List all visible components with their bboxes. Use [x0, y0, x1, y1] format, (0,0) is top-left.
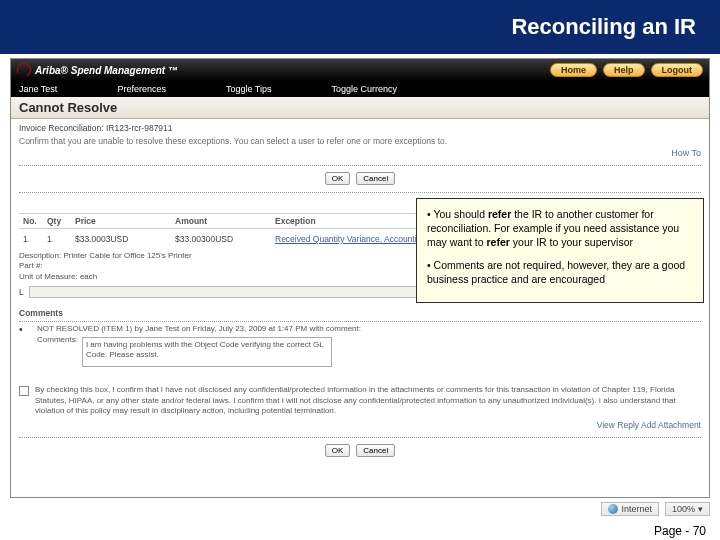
cell-amount: $33.00300USD — [175, 234, 275, 244]
col-no: No. — [19, 216, 47, 226]
ok-button-top[interactable]: OK — [325, 172, 351, 185]
cancel-button-bottom[interactable]: Cancel — [356, 444, 395, 457]
cancel-button-top[interactable]: Cancel — [356, 172, 395, 185]
page-number: Page - 70 — [654, 524, 706, 538]
globe-icon — [608, 504, 618, 514]
comment-entry: • NOT RESOLVED (ITEM 1) by Jane Test on … — [19, 324, 701, 367]
comments-section-label: Comments — [19, 308, 701, 318]
comment-meta: NOT RESOLVED (ITEM 1) by Jane Test on Fr… — [37, 324, 701, 333]
logout-button[interactable]: Logout — [651, 63, 704, 77]
col-amount: Amount — [175, 216, 275, 226]
ariba-brand-text: Ariba® Spend Management ™ — [35, 65, 178, 76]
slide-title-bar: Reconciling an IR — [0, 0, 720, 54]
disclaimer-row: By checking this box, I confirm that I h… — [19, 385, 701, 416]
how-to-link[interactable]: How To — [19, 148, 701, 158]
disclaimer-checkbox[interactable] — [19, 386, 29, 396]
menu-strip: Jane Test Preferences Toggle Tips Toggle… — [11, 81, 709, 97]
ariba-logo-icon — [15, 61, 33, 79]
status-zoom[interactable]: 100% ▾ — [665, 502, 710, 516]
slide-title: Reconciling an IR — [511, 14, 696, 40]
chevron-down-icon: ▾ — [698, 504, 703, 514]
ariba-header: Ariba® Spend Management ™ Home Help Logo… — [11, 59, 709, 81]
view-reply-links[interactable]: View Reply Add Attachment — [19, 420, 701, 430]
divider — [19, 320, 701, 322]
divider — [19, 164, 701, 166]
col-price: Price — [75, 216, 175, 226]
cell-no: 1 — [19, 234, 47, 244]
accum-label: L — [19, 287, 29, 297]
menu-toggle-tips[interactable]: Toggle Tips — [226, 84, 272, 94]
menu-toggle-currency[interactable]: Toggle Currency — [331, 84, 397, 94]
disclaimer-text: By checking this box, I confirm that I h… — [35, 385, 701, 416]
instruction-text: Confirm that you are unable to resolve t… — [19, 136, 701, 146]
cell-qty: 1 — [47, 234, 75, 244]
menu-preferences[interactable]: Preferences — [117, 84, 166, 94]
callout-p2: • Comments are not required, however, th… — [427, 258, 693, 286]
callout-p1: • You should refer the IR to another cus… — [427, 207, 693, 250]
section-header: Cannot Resolve — [11, 97, 709, 119]
help-button[interactable]: Help — [603, 63, 645, 77]
cell-price: $33.0003USD — [75, 234, 175, 244]
divider — [19, 436, 701, 438]
status-internet: Internet — [601, 502, 659, 516]
col-qty: Qty — [47, 216, 75, 226]
comment-textarea[interactable]: I am having problems with the Object Cod… — [82, 337, 332, 367]
menu-user[interactable]: Jane Test — [19, 84, 57, 94]
comment-field-label: Comments: — [37, 335, 78, 344]
divider — [19, 191, 701, 193]
section-title: Cannot Resolve — [19, 100, 117, 115]
bullet-icon: • — [19, 324, 27, 335]
invoice-id-line: Invoice Reconciliation: IR123-rcr-987911 — [19, 123, 701, 133]
home-button[interactable]: Home — [550, 63, 597, 77]
browser-status-bar: Internet 100% ▾ — [601, 500, 710, 518]
ok-button-bottom[interactable]: OK — [325, 444, 351, 457]
instruction-callout: • You should refer the IR to another cus… — [416, 198, 704, 303]
